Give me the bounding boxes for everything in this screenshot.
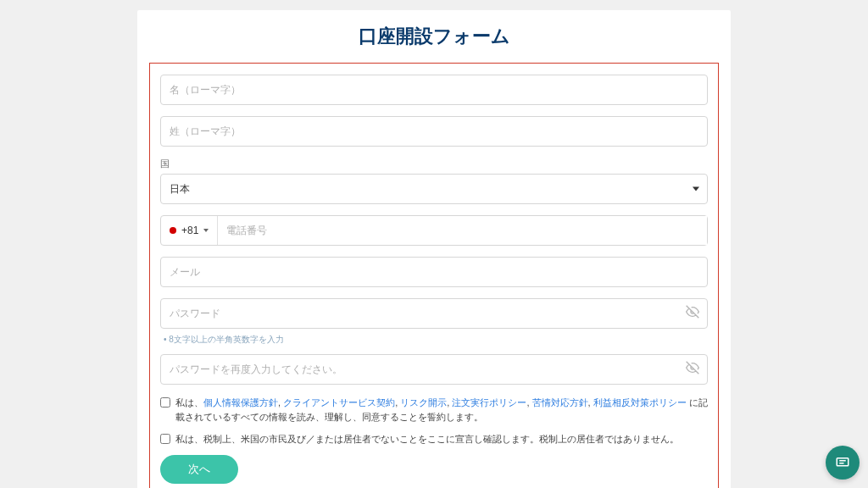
svg-rect-0 [837,458,849,466]
terms-prefix: 私は、 [175,397,203,408]
link-client-agreement[interactable]: クライアントサービス契約 [283,397,395,408]
first-name-input[interactable] [160,75,708,105]
password-hint: 8文字以上の半角英数字を入力 [160,334,708,346]
phone-prefix-code: +81 [181,225,198,236]
country-select[interactable]: 日本 [160,174,708,204]
phone-field: +81 [160,215,708,246]
us-declaration-checkbox[interactable] [160,434,170,444]
signup-form: 国 日本 +81 [149,63,719,488]
page-title: 口座開設フォーム [149,24,719,49]
country-value: 日本 [170,182,190,197]
sheet: 口座開設フォーム 国 日本 +81 [137,10,731,488]
password-confirm-input[interactable] [160,354,708,385]
eye-off-icon[interactable] [686,361,699,378]
country-label: 国 [160,158,708,170]
chevron-down-icon [693,187,699,191]
link-execution[interactable]: 注文実行ポリシー [452,397,526,408]
last-name-input[interactable] [160,116,708,147]
link-conflict[interactable]: 利益相反対策ポリシー [593,397,687,408]
link-complaints[interactable]: 苦情対応方針 [532,397,588,408]
chevron-down-icon [203,229,209,232]
link-privacy[interactable]: 個人情報保護方針 [203,397,278,408]
chat-fab[interactable] [826,446,860,480]
email-input[interactable] [160,257,708,287]
phone-number-input[interactable] [218,216,707,245]
flag-japan-icon [170,227,176,234]
chat-icon [835,455,850,470]
phone-prefix-select[interactable]: +81 [161,216,218,245]
next-button[interactable]: 次へ [160,455,238,484]
password-input[interactable] [160,298,708,329]
link-risk[interactable]: リスク開示 [400,397,447,408]
eye-off-icon[interactable] [686,305,699,322]
terms-label: 私は、個人情報保護方針, クライアントサービス契約, リスク開示, 注文実行ポリ… [175,396,708,424]
us-declaration-label: 私は、税制上、米国の市民及び／または居住者でないことをここに宣言し確認します。税… [175,432,679,446]
terms-checkbox[interactable] [160,397,170,408]
